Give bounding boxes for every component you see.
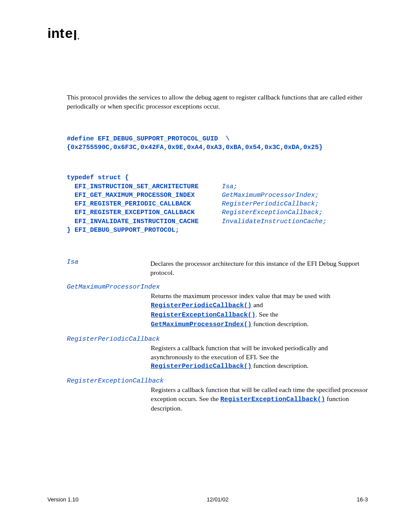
text: Returns the maximum processor index valu…: [151, 292, 330, 299]
struct-type: EFI_INVALIDATE_INSTRUCTION_CACHE: [75, 218, 199, 225]
struct-member: GetMaximumProcessorIndex;: [222, 192, 319, 199]
page-footer: Version 1.10 12/01/02 16-3: [47, 496, 368, 503]
footer-date: 12/01/02: [207, 496, 229, 503]
param-desc: Registers a callback function that will …: [151, 386, 368, 413]
param-desc: Declares the processor architecture for …: [150, 259, 365, 277]
param-desc: Returns the maximum processor index valu…: [151, 292, 368, 330]
parameters-section: Isa Declares the processor architecture …: [67, 258, 368, 413]
text: . See the: [255, 311, 278, 318]
footer-version: Version 1.10: [47, 496, 78, 503]
svg-text:e: e: [65, 26, 73, 41]
guid-definition: #define EFI_DEBUG_SUPPORT_PROTOCOL_GUID …: [67, 135, 368, 152]
guid-line1: #define EFI_DEBUG_SUPPORT_PROTOCOL_GUID …: [67, 135, 230, 143]
svg-text:l: l: [73, 28, 77, 41]
param-desc: Registers a callback function that will …: [151, 344, 368, 371]
intel-logo: int e l: [47, 26, 368, 41]
fn-link-getmaximumprocessorindex[interactable]: GetMaximumProcessorIndex(): [151, 321, 252, 328]
param-name: RegisterPeriodicCallback: [67, 336, 368, 343]
param-isa: Isa Declares the processor architecture …: [67, 258, 368, 277]
text: function description.: [252, 362, 308, 369]
intro-paragraph: This protocol provides the services to a…: [67, 93, 368, 111]
text: and: [252, 301, 263, 308]
fn-link-registerperiodiccallback[interactable]: RegisterPeriodicCallback(): [151, 302, 252, 309]
struct-type: EFI_GET_MAXIMUM_PROCESSOR_INDEX: [75, 192, 195, 199]
text: function description.: [252, 320, 308, 327]
svg-text:int: int: [47, 26, 64, 41]
param-name: Isa: [67, 258, 149, 266]
struct-type: EFI_REGISTER_PERIODIC_CALLBACK: [75, 200, 191, 208]
struct-member: InvalidateInstructionCache;: [222, 218, 327, 225]
fn-link-registerexceptioncallback[interactable]: RegisterExceptionCallback(): [151, 311, 255, 319]
struct-open: typedef struct {: [67, 174, 129, 181]
footer-page-number: 16-3: [357, 496, 368, 503]
param-registerexceptioncallback: RegisterExceptionCallback Registers a ca…: [67, 377, 368, 413]
fn-link-registerperiodiccallback[interactable]: RegisterPeriodicCallback(): [151, 363, 252, 370]
param-getmaxprocindex: GetMaximumProcessorIndex Returns the max…: [67, 283, 368, 330]
struct-member: RegisterExceptionCallback;: [222, 209, 323, 216]
struct-member: RegisterPeriodicCallback;: [222, 200, 319, 208]
struct-member: Isa;: [222, 183, 237, 190]
param-name: GetMaximumProcessorIndex: [67, 283, 368, 291]
struct-type: EFI_INSTRUCTION_SET_ARCHITECTURE: [75, 183, 199, 190]
text: Registers a callback function that will …: [151, 344, 328, 361]
struct-close: } EFI_DEBUG_SUPPORT_PROTOCOL;: [67, 227, 179, 234]
param-name: RegisterExceptionCallback: [67, 377, 368, 385]
svg-point-3: [78, 38, 79, 40]
fn-link-registerexceptioncallback[interactable]: RegisterExceptionCallback(): [220, 396, 325, 403]
struct-type: EFI_REGISTER_EXCEPTION_CALLBACK: [75, 209, 195, 216]
struct-definition: typedef struct { EFI_INSTRUCTION_SET_ARC…: [67, 174, 368, 235]
param-registerperiodiccallback: RegisterPeriodicCallback Registers a cal…: [67, 336, 368, 371]
guid-line2: {0x2755590C,0x6F3C,0x42FA,0x9E,0xA4,0xA3…: [67, 144, 323, 151]
